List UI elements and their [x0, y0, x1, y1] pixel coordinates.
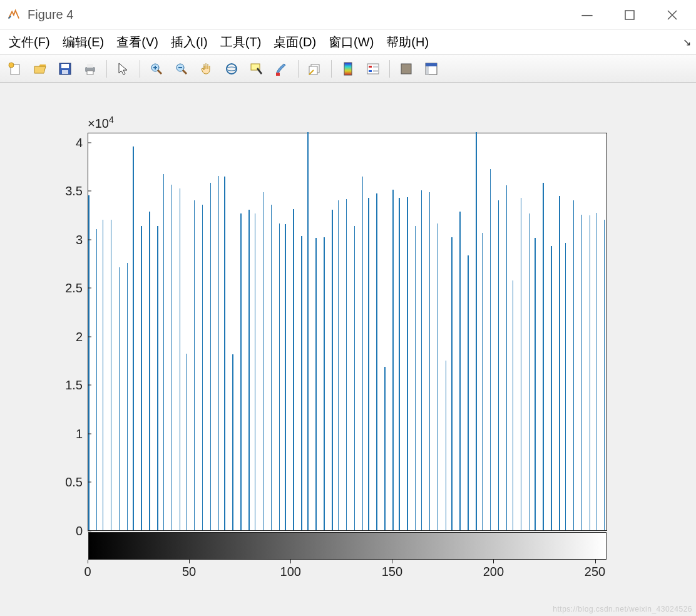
stem-bar: [163, 174, 165, 530]
legend-icon[interactable]: [362, 58, 384, 80]
stem-bar: [180, 188, 181, 530]
stem-bar: [248, 210, 250, 530]
stem-bar: [506, 185, 508, 530]
chart-stems: [88, 133, 606, 530]
maximize-button[interactable]: [623, 9, 636, 21]
x-tick-mark: [493, 560, 494, 563]
toolbar-separator: [298, 60, 299, 78]
save-icon[interactable]: [54, 58, 76, 80]
stem-bar: [482, 233, 483, 530]
stem-bar: [127, 263, 128, 530]
stem-bar: [559, 196, 560, 530]
stem-bar: [157, 226, 158, 530]
stem-bar: [376, 193, 377, 530]
svg-rect-26: [426, 66, 429, 74]
x-tick-label: 250: [585, 565, 605, 579]
x-tick-label: 200: [483, 565, 504, 579]
menu-view[interactable]: 查看(V): [110, 31, 165, 53]
pan-icon[interactable]: [195, 58, 218, 80]
svg-rect-17: [344, 63, 352, 75]
toolbar-separator: [106, 60, 107, 78]
menu-window[interactable]: 窗口(W): [322, 31, 380, 53]
stem-bar: [301, 236, 302, 530]
menu-tools[interactable]: 工具(T): [214, 31, 268, 53]
y-tick-label: 2.5: [45, 281, 83, 295]
new-figure-icon[interactable]: [4, 58, 26, 80]
stem-bar: [581, 215, 583, 530]
y-axis-exponent: ×104: [88, 115, 114, 131]
menu-file[interactable]: 文件(F): [3, 31, 56, 53]
zoom-out-icon[interactable]: [170, 58, 193, 80]
x-tick-mark: [88, 560, 88, 563]
open-icon[interactable]: [29, 58, 51, 80]
y-tick-mark: [88, 142, 91, 143]
stem-bar: [407, 197, 408, 530]
colorbar-gray: [88, 532, 606, 560]
brush-icon[interactable]: [270, 58, 293, 80]
stem-bar: [551, 246, 552, 531]
svg-rect-4: [61, 64, 69, 68]
stem-bar: [573, 200, 575, 530]
hide-plot-tools-icon[interactable]: [395, 58, 417, 80]
minimize-button[interactable]: ─: [581, 9, 593, 21]
svg-rect-19: [369, 66, 372, 68]
dock-arrow-icon[interactable]: ↘: [683, 36, 691, 48]
menubar: 文件(F) 编辑(E) 查看(V) 插入(I) 工具(T) 桌面(D) 窗口(W…: [0, 30, 696, 55]
stem-bar: [119, 267, 120, 530]
stem-bar: [315, 238, 317, 530]
stem-bar: [88, 195, 90, 530]
stem-bar: [446, 361, 447, 530]
menu-insert[interactable]: 插入(I): [165, 31, 214, 53]
stem-bar: [362, 177, 364, 530]
stem-bar: [240, 213, 242, 530]
y-tick-label: 3: [45, 232, 83, 247]
svg-rect-5: [62, 70, 68, 74]
stem-bar: [565, 243, 566, 530]
stem-bar: [368, 198, 369, 530]
chart-axes[interactable]: [88, 133, 607, 531]
y-tick-label: 1.5: [45, 378, 83, 393]
svg-point-2: [9, 63, 14, 68]
stem-bar: [271, 205, 272, 530]
stem-bar: [521, 198, 522, 530]
pointer-icon[interactable]: [112, 58, 135, 80]
stem-bar: [596, 213, 597, 530]
close-button[interactable]: [666, 9, 678, 21]
rotate3d-icon[interactable]: [220, 58, 243, 80]
matlab-app-icon: [6, 8, 20, 22]
stem-bar: [384, 367, 386, 530]
stem-bar: [324, 237, 325, 530]
stem-bar: [476, 132, 477, 530]
y-tick-mark: [88, 385, 91, 386]
x-tick-mark: [392, 560, 392, 563]
toolbar-separator: [389, 60, 390, 78]
window-controls: ─: [581, 9, 690, 21]
menu-edit[interactable]: 编辑(E): [56, 31, 111, 53]
datacursor-icon[interactable]: [245, 58, 268, 80]
menu-desktop[interactable]: 桌面(D): [267, 31, 322, 53]
stem-bar: [421, 190, 422, 530]
y-tick-mark: [88, 288, 91, 289]
window-title: Figure 4: [28, 8, 581, 22]
svg-point-12: [227, 67, 237, 71]
zoom-in-icon[interactable]: [145, 58, 168, 80]
svg-rect-0: [625, 11, 634, 19]
print-icon[interactable]: [79, 58, 101, 80]
stem-bar: [498, 200, 499, 530]
colorbar-icon[interactable]: [337, 58, 359, 80]
svg-rect-22: [373, 70, 378, 72]
x-tick-label: 150: [382, 565, 402, 579]
stem-bar: [194, 200, 195, 530]
svg-rect-21: [369, 70, 372, 72]
x-tick-label: 100: [280, 565, 301, 579]
svg-rect-8: [87, 71, 93, 74]
toolbar: [0, 55, 696, 83]
show-plot-tools-icon[interactable]: [420, 58, 443, 80]
stem-bar: [346, 199, 347, 530]
menu-help[interactable]: 帮助(H): [380, 31, 435, 53]
y-tick-label: 0.5: [45, 475, 83, 490]
y-tick-mark: [88, 191, 91, 192]
link-icon[interactable]: [304, 58, 326, 80]
stem-bar: [111, 220, 112, 530]
watermark-text: https://blog.csdn.net/weixin_43024526: [553, 605, 692, 613]
